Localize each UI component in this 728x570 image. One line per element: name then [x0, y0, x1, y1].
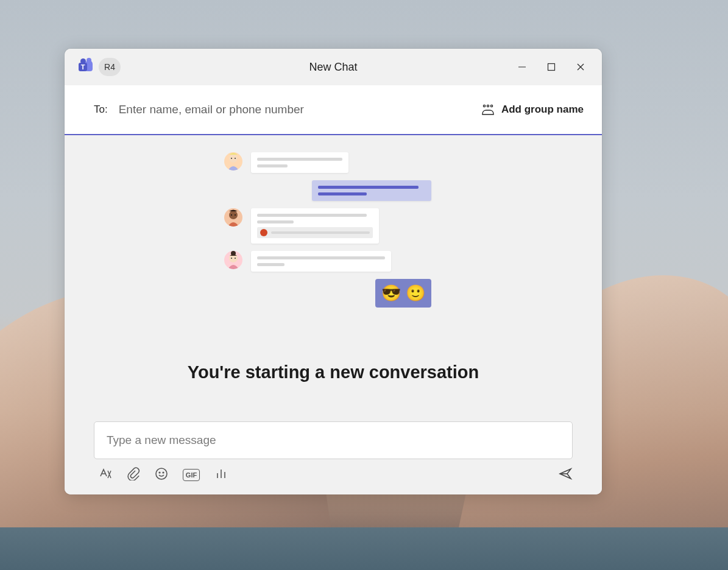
wallpaper-water [0, 527, 728, 570]
illustration-avatar [224, 251, 242, 269]
illustration-message-sent [312, 180, 431, 201]
message-compose-box[interactable] [94, 421, 573, 459]
message-input[interactable] [107, 434, 560, 447]
svg-rect-1 [548, 64, 555, 71]
illustration-avatar [224, 208, 242, 227]
to-label: To: [94, 104, 108, 116]
emoji-sunglasses: 😎 [381, 284, 401, 303]
svg-point-15 [231, 258, 232, 259]
svg-point-16 [235, 258, 236, 259]
illustration-avatar [224, 152, 242, 171]
add-group-name-button[interactable]: Add group name [481, 104, 584, 116]
svg-point-5 [487, 105, 489, 107]
svg-point-9 [235, 158, 236, 159]
svg-point-7 [229, 154, 238, 163]
gif-icon: GIF [183, 469, 200, 481]
titlebar[interactable]: T R4 New Chat [65, 49, 602, 85]
illustration-emoji-reply: 😎 🙂 [375, 279, 431, 308]
emoji-button[interactable] [155, 467, 168, 483]
format-text-icon [99, 467, 112, 480]
illustration-message [251, 208, 379, 244]
svg-point-18 [159, 472, 160, 473]
close-button[interactable] [567, 54, 595, 80]
send-button[interactable] [558, 466, 573, 484]
attach-icon [127, 467, 140, 480]
illustration-message [251, 152, 348, 173]
compose-toolbar: GIF [94, 459, 573, 484]
people-group-icon [481, 104, 495, 116]
teams-new-chat-window: T R4 New Chat To: Add group name [65, 49, 602, 494]
powerpoint-icon [260, 229, 267, 236]
emoji-smile: 🙂 [406, 284, 425, 303]
svg-point-17 [156, 468, 167, 479]
user-avatar-badge[interactable]: R4 [99, 58, 121, 76]
to-recipients-bar: To: Add group name [65, 85, 602, 135]
poll-button[interactable] [214, 467, 228, 483]
empty-state-heading: You're starting a new conversation [188, 362, 479, 382]
minimize-icon [518, 63, 526, 71]
svg-point-6 [490, 105, 492, 107]
gif-button[interactable]: GIF [183, 469, 200, 481]
emoji-icon [155, 467, 168, 480]
svg-point-11 [231, 214, 232, 216]
teams-app-icon: T [77, 60, 91, 74]
format-text-button[interactable] [99, 467, 112, 483]
conversation-illustration: 😎 🙂 [224, 152, 431, 315]
svg-point-8 [231, 158, 232, 159]
send-icon [558, 466, 573, 481]
svg-point-12 [235, 214, 236, 216]
svg-point-10 [229, 211, 238, 219]
illustration-attachment [257, 227, 373, 238]
svg-point-19 [163, 472, 164, 473]
illustration-message [251, 251, 391, 272]
svg-point-4 [483, 105, 485, 107]
minimize-button[interactable] [508, 54, 536, 80]
recipient-input[interactable] [119, 103, 470, 116]
maximize-icon [547, 63, 556, 71]
poll-icon [214, 467, 228, 480]
attach-button[interactable] [127, 467, 140, 483]
chat-content-area: 😎 🙂 You're starting a new conversation [65, 135, 602, 494]
close-icon [576, 63, 585, 71]
maximize-button[interactable] [537, 54, 565, 80]
add-group-name-label: Add group name [501, 104, 584, 116]
